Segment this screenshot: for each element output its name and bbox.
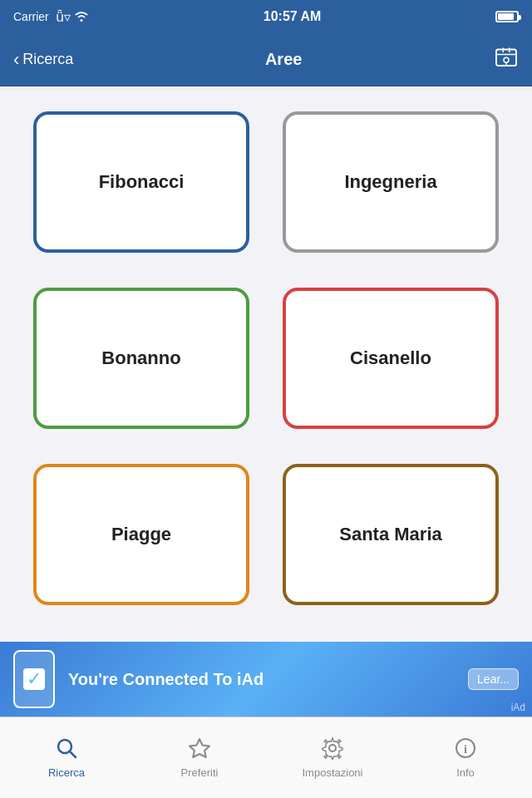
area-btn-piagge[interactable]: Piagge	[33, 464, 249, 605]
area-btn-santa-maria[interactable]: Santa Maria	[283, 464, 499, 605]
area-label-santa-maria: Santa Maria	[339, 524, 442, 545]
areas-grid: FibonacciIngegneriaBonannoCisanelloPiagg…	[0, 86, 532, 642]
iad-text: You're Connected To iAd	[68, 670, 455, 689]
back-button[interactable]: ‹ Ricerca	[13, 51, 73, 69]
svg-marker-8	[190, 739, 209, 757]
tab-info[interactable]: i Info	[399, 717, 532, 798]
svg-point-2	[504, 57, 509, 62]
tab-impostazioni[interactable]: Impostazioni	[266, 717, 399, 798]
area-btn-ingegneria[interactable]: Ingegneria	[283, 111, 499, 253]
info-icon: i	[454, 736, 477, 763]
battery-icon	[495, 11, 519, 22]
wifi-icon: ǖ▿	[56, 9, 89, 25]
status-bar: Carrier ǖ▿ 10:57 AM	[0, 0, 532, 33]
iad-learn-button[interactable]: Lear...	[468, 668, 519, 690]
iad-watermark: iAd	[511, 702, 525, 713]
area-btn-fibonacci[interactable]: Fibonacci	[33, 111, 249, 253]
tab-info-label: Info	[456, 766, 475, 779]
tab-preferiti[interactable]: Preferiti	[133, 717, 266, 798]
area-label-fibonacci: Fibonacci	[99, 171, 185, 193]
map-icon[interactable]	[494, 46, 519, 74]
status-left: Carrier ǖ▿	[13, 9, 89, 25]
page-title: Aree	[265, 50, 302, 69]
tab-ricerca[interactable]: Ricerca	[0, 717, 133, 798]
tab-impostazioni-label: Impostazioni	[303, 766, 363, 779]
area-btn-cisanello[interactable]: Cisanello	[283, 288, 499, 429]
time-label: 10:57 AM	[264, 9, 322, 24]
svg-point-9	[329, 745, 336, 751]
search-icon	[55, 736, 78, 763]
area-btn-bonanno[interactable]: Bonanno	[33, 288, 249, 429]
back-chevron-icon: ‹	[13, 51, 19, 69]
star-icon	[188, 736, 211, 763]
area-label-ingegneria: Ingegneria	[344, 171, 436, 193]
area-label-cisanello: Cisanello	[350, 347, 431, 369]
tab-preferiti-label: Preferiti	[181, 766, 219, 779]
tab-ricerca-label: Ricerca	[48, 766, 85, 779]
back-label: Ricerca	[22, 51, 73, 68]
carrier-label: Carrier	[13, 10, 49, 23]
tab-bar: Ricerca Preferiti Impostazioni i Info	[0, 717, 532, 798]
svg-text:i: i	[464, 743, 467, 756]
area-label-bonanno: Bonanno	[101, 347, 180, 369]
gear-icon	[321, 736, 344, 763]
nav-bar: ‹ Ricerca Aree	[0, 33, 532, 86]
svg-line-7	[70, 751, 76, 757]
check-icon: ✓	[23, 668, 45, 690]
iad-device-icon: ✓	[13, 650, 55, 708]
iad-banner[interactable]: ✓ You're Connected To iAd Lear... iAd	[0, 642, 532, 717]
area-label-piagge: Piagge	[111, 524, 171, 545]
